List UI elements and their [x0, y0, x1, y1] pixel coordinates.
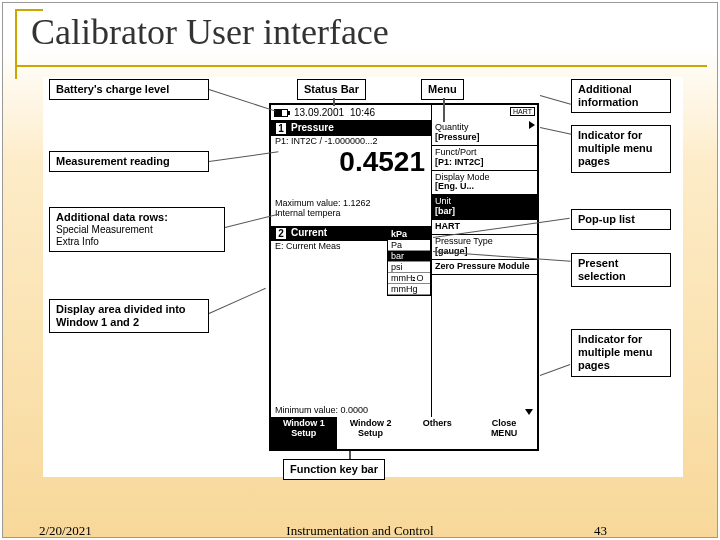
menu-funct-val: [P1: INT2C]: [435, 158, 534, 168]
accent-vertical: [15, 9, 17, 79]
fkey-window2[interactable]: Window 2 Setup: [338, 417, 405, 449]
menu-quantity-val: [Pressure]: [435, 133, 534, 143]
menu-ptype[interactable]: Pressure Type [gauge]: [432, 235, 537, 260]
pointer-line: [443, 98, 445, 122]
callout-ind-multi-top: Indicator for multiple menu pages: [571, 125, 671, 173]
popup-item[interactable]: psi: [388, 262, 430, 273]
callout-fkeybar: Function key bar: [283, 459, 385, 480]
menu-quantity-label: Quantity: [435, 122, 469, 132]
window1-header: 1 Pressure: [271, 121, 431, 136]
pointer-line: [209, 89, 276, 112]
callout-popup: Pop-up list: [571, 209, 671, 230]
pointer-line: [209, 151, 278, 162]
callout-ind-multi-bot: Indicator for multiple menu pages: [571, 329, 671, 377]
footer-page: 43: [594, 523, 607, 539]
pointer-line: [540, 127, 572, 135]
fkey-w2-label: Window 2: [350, 418, 392, 428]
callout-display-area: Display area divided into Window 1 and 2: [49, 299, 209, 333]
window1-inttemp: Internal tempera: [271, 208, 431, 218]
pointer-line: [333, 98, 335, 106]
fkey-others[interactable]: Others: [405, 417, 472, 449]
menu-zero-label: Zero Pressure Module: [435, 262, 534, 272]
menu-unit-val: [bar]: [435, 207, 534, 217]
menu-quantity[interactable]: Quantity [Pressure]: [432, 121, 537, 146]
title-rule: [15, 65, 707, 67]
menu-ptype-label: Pressure Type: [435, 236, 493, 246]
menu-funct[interactable]: Funct/Port [P1: INT2C]: [432, 146, 537, 171]
min-value: Minimum value: 0.0000: [275, 405, 368, 415]
callout-addl-rows-sub1: Special Measurement: [56, 224, 218, 236]
menu-unit-selected[interactable]: Unit [bar]: [432, 195, 537, 220]
chevron-right-icon: [529, 121, 535, 129]
pointer-line: [540, 95, 571, 105]
fkey-others-label: Others: [423, 418, 452, 428]
fkey-w2-sub: Setup: [358, 428, 383, 438]
menu-hart[interactable]: HART: [432, 220, 537, 235]
window1-sub: P1: INT2C / -1.000000...2: [271, 136, 431, 146]
callout-addl-rows-title: Additional data rows:: [56, 211, 168, 223]
window2-name: Current: [291, 227, 327, 240]
callout-addl-rows: Additional data rows: Special Measuremen…: [49, 207, 225, 252]
popup-list[interactable]: kPa Pa bar psi mmH₂O mmHg: [387, 227, 431, 296]
pointer-line: [540, 364, 570, 376]
status-time: 10:46: [350, 107, 375, 118]
window1-name: Pressure: [291, 122, 334, 135]
callout-measurement: Measurement reading: [49, 151, 209, 172]
fkey-close[interactable]: Close MENU: [471, 417, 537, 449]
menu-unit-label: Unit: [435, 196, 451, 206]
callout-present: Present selection: [571, 253, 671, 287]
fkey-w1-sub: Setup: [291, 428, 316, 438]
popup-item[interactable]: Pa: [388, 240, 430, 251]
callout-statusbar: Status Bar: [297, 79, 366, 100]
fkey-w1-label: Window 1: [283, 418, 325, 428]
window1-value: 0.4521: [271, 146, 431, 180]
menu-zero[interactable]: Zero Pressure Module: [432, 260, 537, 275]
diagram-area: Battery's charge level Measurement readi…: [43, 77, 683, 477]
pointer-line: [349, 451, 351, 459]
hart-icon: HART: [510, 107, 535, 116]
popup-item[interactable]: mmHg: [388, 284, 430, 295]
fkey-window1[interactable]: Window 1 Setup: [271, 417, 338, 449]
callout-addl-info: Additional information: [571, 79, 671, 113]
popup-item[interactable]: mmH₂O: [388, 273, 430, 284]
pointer-line: [209, 288, 266, 314]
menu-funct-label: Funct/Port: [435, 147, 477, 157]
fkey-close-sub: MENU: [491, 428, 518, 438]
window1-max: Maximum value: 1.1262: [271, 198, 431, 208]
window2-num: 2: [275, 227, 287, 240]
lcd-statusbar: 13.09.2001 10:46: [271, 105, 431, 121]
callout-menu: Menu: [421, 79, 464, 100]
page-title: Calibrator User interface: [31, 11, 389, 53]
window1-num: 1: [275, 122, 287, 135]
battery-icon: [274, 109, 288, 117]
status-date: 13.09.2001: [294, 107, 344, 118]
callout-addl-rows-sub2: Extra Info: [56, 236, 218, 248]
lcd-menu: HART Quantity [Pressure] Funct/Port [P1:…: [431, 105, 537, 419]
callout-battery: Battery's charge level: [49, 79, 209, 100]
chevron-down-icon: [525, 409, 533, 415]
lcd-screen: 13.09.2001 10:46 1 Pressure P1: INT2C / …: [269, 103, 539, 451]
menu-display-label: Display Mode: [435, 172, 490, 182]
fkey-close-label: Close: [492, 418, 517, 428]
footer-title: Instrumentation and Control: [3, 523, 717, 539]
fkey-bar: Window 1 Setup Window 2 Setup Others Clo…: [271, 417, 537, 449]
menu-display[interactable]: Display Mode [Eng. U...: [432, 171, 537, 196]
popup-head: kPa: [388, 228, 430, 240]
popup-item-selected[interactable]: bar: [388, 251, 430, 262]
menu-display-val: [Eng. U...: [435, 182, 534, 192]
